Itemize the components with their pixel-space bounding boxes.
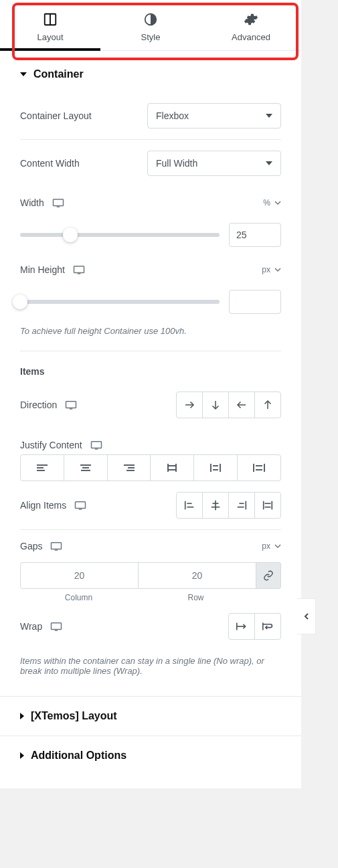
container-layout-label: Container Layout	[20, 110, 92, 121]
arrow-left-icon	[236, 399, 248, 411]
gap-column-label: Column	[20, 593, 137, 602]
tab-style-label: Style	[100, 32, 201, 42]
justify-center-icon	[79, 462, 92, 473]
justify-around-icon	[209, 462, 222, 473]
justify-between-button[interactable]	[150, 454, 194, 481]
section-container-header[interactable]: Container	[0, 51, 301, 92]
link-values-button[interactable]	[256, 562, 281, 589]
chevron-down-icon	[274, 543, 281, 549]
width-input[interactable]	[229, 223, 281, 247]
svg-rect-0	[45, 14, 56, 25]
justify-evenly-button[interactable]	[237, 454, 281, 481]
direction-row-button[interactable]	[176, 392, 203, 418]
align-center-icon	[209, 499, 222, 511]
responsive-icon[interactable]	[52, 198, 64, 207]
content-width-select[interactable]: Full Width	[147, 151, 281, 176]
align-end-icon	[236, 499, 248, 511]
caret-right-icon	[20, 752, 24, 759]
width-slider[interactable]	[20, 228, 220, 242]
wrap-button[interactable]	[254, 613, 281, 640]
wrap-row: Wrap	[20, 602, 281, 650]
justify-center-button[interactable]	[64, 454, 108, 481]
link-icon	[263, 570, 274, 581]
svg-rect-5	[74, 266, 84, 273]
tab-layout[interactable]: Layout	[0, 0, 100, 50]
justify-around-button[interactable]	[193, 454, 238, 481]
responsive-icon[interactable]	[73, 265, 85, 274]
caret-down-icon	[20, 72, 27, 76]
section-xtemos-header[interactable]: [XTemos] Layout	[0, 696, 301, 735]
min-height-row: Min Height px	[20, 254, 281, 286]
chevron-left-icon	[303, 612, 310, 620]
justify-start-button[interactable]	[20, 454, 64, 481]
justify-row: Justify Content	[20, 429, 281, 454]
min-height-label: Min Height	[20, 264, 85, 275]
content-width-row: Content Width Full Width	[20, 140, 281, 187]
align-center-button[interactable]	[202, 492, 229, 519]
align-start-icon	[183, 499, 195, 511]
responsive-icon[interactable]	[74, 501, 86, 510]
content-width-value: Full Width	[156, 158, 197, 169]
slider-thumb[interactable]	[13, 294, 27, 309]
responsive-icon[interactable]	[50, 541, 62, 551]
svg-rect-53	[52, 623, 62, 630]
justify-evenly-icon	[252, 462, 266, 473]
width-unit-picker[interactable]: %	[263, 198, 281, 207]
gaps-unit-picker[interactable]: px	[262, 541, 281, 551]
justify-end-icon	[122, 462, 136, 473]
tab-style[interactable]: Style	[100, 0, 201, 50]
responsive-icon[interactable]	[90, 440, 102, 450]
responsive-icon[interactable]	[50, 622, 62, 631]
align-row: Align Items	[20, 481, 281, 529]
gaps-inputs	[20, 562, 281, 589]
chevron-down-icon	[266, 114, 272, 118]
nowrap-icon	[235, 621, 248, 632]
slider-track	[20, 233, 220, 237]
svg-point-2	[145, 14, 157, 25]
direction-column-reverse-button[interactable]	[254, 392, 281, 418]
tab-layout-label: Layout	[0, 32, 100, 42]
slider-thumb[interactable]	[63, 228, 78, 242]
align-end-button[interactable]	[228, 492, 255, 519]
arrow-up-icon	[262, 399, 274, 411]
content-width-label: Content Width	[20, 158, 80, 169]
direction-row-reverse-button[interactable]	[228, 392, 255, 418]
direction-column-button[interactable]	[202, 392, 229, 418]
justify-end-button[interactable]	[107, 454, 151, 481]
wrap-label: Wrap	[20, 621, 62, 632]
editor-panel: Layout Style Advanced Container Containe…	[0, 0, 301, 788]
section-additional-title: Additional Options	[31, 750, 126, 762]
align-stretch-button[interactable]	[254, 492, 281, 519]
min-height-unit-picker[interactable]: px	[262, 265, 281, 274]
gap-column-input[interactable]	[20, 562, 139, 589]
min-height-input[interactable]	[229, 290, 281, 314]
nowrap-button[interactable]	[228, 613, 255, 640]
direction-row: Direction	[20, 381, 281, 429]
gap-row-label: Row	[137, 593, 254, 602]
contrast-icon	[143, 12, 158, 27]
wrap-icon	[261, 621, 274, 632]
container-layout-select[interactable]: Flexbox	[147, 103, 281, 128]
section-additional-header[interactable]: Additional Options	[0, 735, 301, 775]
collapse-panel-button[interactable]	[297, 598, 316, 634]
width-row: Width %	[20, 187, 281, 219]
gaps-row: Gaps px	[20, 530, 281, 562]
tab-advanced-label: Advanced	[201, 32, 301, 42]
align-stretch-icon	[262, 499, 274, 511]
arrow-down-icon	[209, 399, 222, 411]
responsive-icon[interactable]	[65, 400, 77, 410]
tab-advanced[interactable]: Advanced	[201, 0, 301, 50]
align-start-button[interactable]	[176, 492, 203, 519]
gap-row-input[interactable]	[138, 562, 256, 589]
align-buttons	[176, 492, 281, 519]
svg-rect-3	[53, 199, 63, 206]
slider-track	[20, 300, 220, 304]
min-height-slider[interactable]	[20, 295, 220, 309]
svg-rect-7	[66, 402, 76, 408]
panel-tabs: Layout Style Advanced	[0, 0, 301, 51]
items-subheading: Items	[20, 351, 281, 381]
align-label: Align Items	[20, 500, 86, 511]
direction-label: Direction	[20, 400, 77, 410]
wrap-hint: Items within the container can stay in a…	[20, 650, 281, 696]
gear-icon	[244, 12, 258, 27]
